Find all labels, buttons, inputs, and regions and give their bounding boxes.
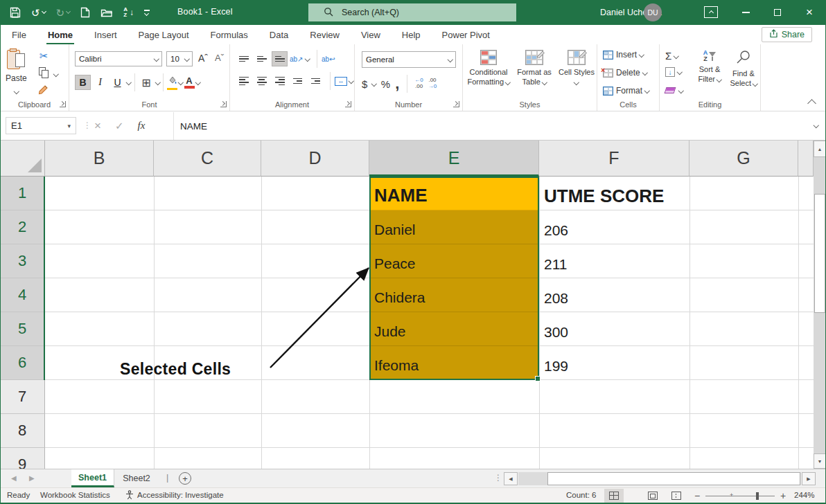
row-header-9[interactable]: 9 xyxy=(0,448,45,469)
decrease-indent-icon[interactable] xyxy=(290,73,306,89)
scroll-up-icon[interactable]: ▲ xyxy=(814,141,826,157)
vertical-scrollbar-thumb[interactable] xyxy=(814,194,825,313)
tab-power-pivot[interactable]: Power Pivot xyxy=(441,27,491,43)
conditional-formatting-button[interactable]: Conditional Formatting xyxy=(467,50,510,87)
close-button[interactable]: × xyxy=(793,0,825,25)
cell-f4[interactable]: 208 xyxy=(539,278,689,312)
insert-function-icon[interactable]: fx xyxy=(138,120,146,132)
align-left-icon[interactable] xyxy=(236,73,252,89)
column-header-e[interactable]: E xyxy=(369,141,539,177)
zoom-in-icon[interactable]: + xyxy=(780,490,786,501)
decrease-font-size-icon[interactable]: Aˇ xyxy=(215,53,224,63)
column-header-d[interactable]: D xyxy=(261,141,369,177)
alignment-dialog-launcher-icon[interactable] xyxy=(345,101,351,107)
cell-f2[interactable]: 206 xyxy=(539,210,689,244)
sort-ascending-icon[interactable]: AZ ↓ xyxy=(123,7,134,19)
zoom-level[interactable]: 244% xyxy=(794,491,814,499)
workbook-statistics-button[interactable]: Workbook Statistics xyxy=(40,491,110,499)
underline-button[interactable]: U xyxy=(109,75,125,90)
paste-button[interactable]: Paste xyxy=(6,48,27,96)
zoom-slider-thumb[interactable] xyxy=(756,492,759,500)
accounting-format-icon[interactable]: $ xyxy=(362,78,367,90)
increase-indent-icon[interactable] xyxy=(308,73,324,89)
cell-e5[interactable]: Jude xyxy=(369,312,539,346)
new-sheet-button[interactable]: + xyxy=(179,472,191,485)
sort-filter-button[interactable]: AZ Sort & Filter xyxy=(693,50,726,84)
font-color-icon[interactable]: A xyxy=(184,76,195,89)
tab-formulas[interactable]: Formulas xyxy=(209,27,249,43)
open-folder-icon[interactable] xyxy=(100,8,113,18)
scroll-down-icon[interactable]: ▼ xyxy=(814,453,826,469)
cut-icon[interactable]: ✂ xyxy=(39,50,49,62)
chevron-down-icon[interactable] xyxy=(371,81,377,87)
cell-e6[interactable]: Ifeoma xyxy=(369,346,539,380)
chevron-down-icon[interactable] xyxy=(126,80,132,85)
maximize-button[interactable] xyxy=(762,0,793,25)
insert-cells-button[interactable]: Insert xyxy=(603,50,644,60)
increase-decimal-icon[interactable]: ←0.00 xyxy=(414,78,423,90)
fill-color-icon[interactable] xyxy=(167,75,177,91)
row-header-8[interactable]: 8 xyxy=(0,414,45,448)
percent-style-icon[interactable]: % xyxy=(381,78,390,90)
name-box[interactable]: E1 ▾ xyxy=(6,117,76,134)
align-middle-icon[interactable] xyxy=(254,51,270,66)
save-icon[interactable] xyxy=(10,7,21,18)
comma-style-icon[interactable]: , xyxy=(395,79,399,88)
find-select-button[interactable]: Find & Select xyxy=(728,50,759,89)
row-header-2[interactable]: 2 xyxy=(0,210,45,244)
increase-font-size-icon[interactable]: Aˆ xyxy=(198,53,208,64)
clipboard-dialog-launcher-icon[interactable] xyxy=(60,101,66,107)
column-header-g[interactable]: G xyxy=(689,141,798,177)
tab-home[interactable]: Home xyxy=(46,27,74,43)
align-top-icon[interactable] xyxy=(236,51,252,66)
accessibility-status[interactable]: Accessibility: Investigate xyxy=(137,491,224,499)
column-header-f[interactable]: F xyxy=(539,141,689,177)
font-dialog-launcher-icon[interactable] xyxy=(220,101,227,107)
cell-e4[interactable]: Chidera xyxy=(369,278,539,312)
search-input[interactable]: Search (Alt+Q) xyxy=(308,3,516,21)
align-bottom-icon[interactable] xyxy=(272,51,288,66)
page-break-preview-icon[interactable] xyxy=(667,489,686,503)
delete-cells-button[interactable]: × Delete xyxy=(603,68,647,78)
align-center-icon[interactable] xyxy=(254,73,270,89)
cell-e1[interactable]: NAME xyxy=(369,177,539,210)
normal-view-icon[interactable] xyxy=(604,489,624,503)
orientation-icon[interactable]: ab↗ xyxy=(290,55,304,63)
number-dialog-launcher-icon[interactable] xyxy=(453,101,459,107)
tab-help[interactable]: Help xyxy=(401,27,422,43)
chevron-down-icon[interactable] xyxy=(178,80,184,85)
chevron-down-icon[interactable] xyxy=(349,78,354,84)
cell-styles-button[interactable]: Cell Styles xyxy=(559,50,595,87)
row-header-3[interactable]: 3 xyxy=(0,244,45,278)
row-header-7[interactable]: 7 xyxy=(0,380,45,414)
sheet-tab-sheet2[interactable]: Sheet2 xyxy=(115,469,158,487)
sheet-tab-sheet1[interactable]: Sheet1 xyxy=(71,469,114,487)
zoom-slider-track[interactable] xyxy=(705,496,775,496)
tab-insert[interactable]: Insert xyxy=(93,27,118,43)
tab-file[interactable]: File xyxy=(10,27,28,43)
row-header-1[interactable]: 1 xyxy=(0,177,45,210)
collapse-ribbon-icon[interactable] xyxy=(807,99,816,108)
ribbon-display-options-icon[interactable] xyxy=(704,6,718,18)
number-format-combo[interactable]: General xyxy=(362,51,456,68)
customize-quick-access-icon[interactable] xyxy=(144,10,150,15)
new-file-icon[interactable] xyxy=(80,7,90,18)
chevron-down-icon[interactable] xyxy=(53,71,59,77)
horizontal-scrollbar-thumb[interactable] xyxy=(547,472,800,485)
tab-view[interactable]: View xyxy=(360,27,382,43)
hscroll-right-icon[interactable]: ▶ xyxy=(802,472,816,485)
column-header-c[interactable]: C xyxy=(154,141,261,177)
cell-e3[interactable]: Peace xyxy=(369,244,539,278)
fill-button[interactable]: ↓ xyxy=(665,67,682,77)
cell-f1[interactable]: UTME SCORE xyxy=(539,177,689,210)
tab-page-layout[interactable]: Page Layout xyxy=(137,27,191,43)
formula-input[interactable]: NAME xyxy=(173,112,805,140)
wrap-text-icon[interactable]: ab↩ xyxy=(322,55,335,63)
tab-review[interactable]: Review xyxy=(308,27,341,43)
row-header-4[interactable]: 4 xyxy=(0,278,45,312)
cell-f3[interactable]: 211 xyxy=(539,244,689,278)
sheet-nav-right-icon[interactable]: ▶ xyxy=(29,474,35,482)
chevron-down-icon[interactable] xyxy=(155,80,160,85)
clear-button[interactable] xyxy=(665,87,683,93)
column-header-partial[interactable] xyxy=(798,141,814,177)
